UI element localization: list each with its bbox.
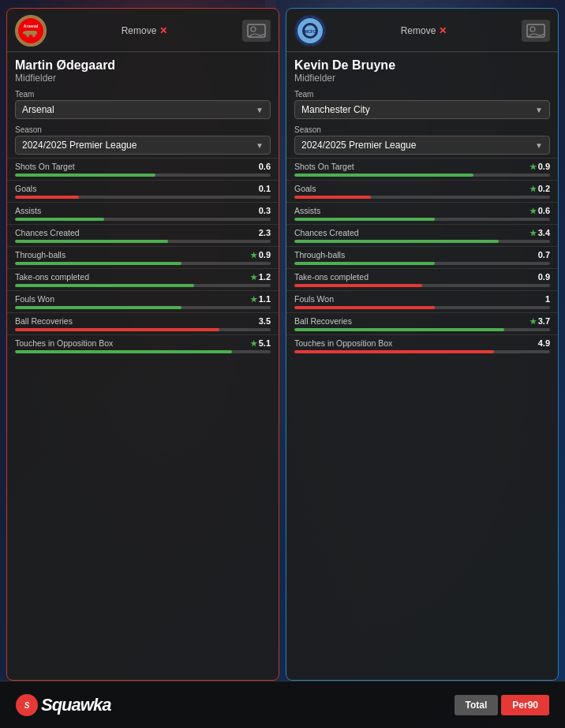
stat-bar-bg (294, 306, 550, 309)
mancity-logo: MCFC (294, 15, 326, 47)
stat-bar (294, 350, 494, 353)
cards-row: Arsenal Remove ✕ (0, 0, 565, 681)
stat-bar (15, 196, 79, 199)
player1-remove-label: Remove (122, 25, 157, 36)
footer: S Squawka Total Per90 (0, 681, 565, 728)
svg-text:Arsenal: Arsenal (24, 24, 39, 28)
stat-value: 4.9 (538, 338, 550, 348)
stat-bar (15, 306, 181, 309)
stat-name: Take-ons completed (15, 272, 89, 282)
total-button[interactable]: Total (455, 695, 499, 715)
stat-name: Through-balls (15, 250, 65, 259)
player1-season-label: Season (15, 125, 271, 134)
stat-value: 0.7 (538, 250, 550, 259)
stat-name: Assists (294, 206, 320, 215)
star-icon: ★ (529, 229, 537, 237)
main-container: Arsenal Remove ✕ (0, 0, 565, 728)
stat-name: Chances Created (294, 228, 359, 237)
stat-bar-bg (294, 328, 550, 331)
stat-row: Take-ons completed0.9 (286, 268, 558, 290)
stat-bar (15, 350, 232, 353)
stat-bar-bg (15, 262, 271, 265)
stat-row: Assists★0.6 (286, 202, 558, 224)
stat-bar-bg (15, 306, 271, 309)
stat-row: Touches in Opposition Box★5.1 (7, 334, 279, 357)
star-icon: ★ (250, 295, 257, 304)
stat-name: Ball Recoveries (15, 316, 73, 326)
stat-name: Chances Created (15, 228, 80, 237)
stat-bar (15, 262, 181, 265)
stat-bar-bg (15, 174, 271, 177)
player2-name: Kevin De Bruyne (294, 58, 550, 73)
svg-point-7 (251, 27, 256, 32)
squawka-icon: S (16, 694, 38, 716)
brand-name: Squawka (41, 695, 110, 715)
stat-name: Fouls Won (15, 294, 54, 304)
stat-bar (15, 328, 219, 331)
player2-remove-button[interactable]: Remove ✕ (401, 25, 447, 36)
stat-bar-bg (15, 284, 271, 287)
player1-stats: Shots On Target0.6Goals0.1Assists0.3Chan… (7, 158, 279, 680)
stat-bar-bg (15, 328, 271, 331)
stat-value: ★3.4 (529, 228, 550, 237)
stat-row: Chances Created★3.4 (286, 224, 558, 246)
svg-rect-3 (23, 32, 26, 34)
stat-row: Shots On Target0.6 (7, 158, 279, 180)
player1-remove-button[interactable]: Remove ✕ (122, 25, 168, 36)
star-icon: ★ (529, 185, 537, 193)
stat-bar-bg (15, 196, 271, 199)
player1-card: Arsenal Remove ✕ (6, 8, 279, 681)
player2-season-label: Season (294, 125, 550, 134)
star-icon: ★ (250, 251, 257, 259)
stat-name: Assists (15, 206, 41, 215)
stat-row: Fouls Won1 (286, 290, 558, 312)
player1-season-group: Season 2024/2025 Premier League ▼ (7, 122, 279, 158)
star-icon: ★ (529, 317, 537, 326)
stat-row: Ball Recoveries3.5 (7, 312, 279, 334)
stat-value: ★1.2 (250, 272, 271, 282)
svg-text:MCFC: MCFC (305, 29, 316, 34)
footer-buttons: Total Per90 (455, 695, 549, 715)
player2-position: Midfielder (294, 73, 550, 84)
player2-remove-icon: ✕ (439, 25, 447, 36)
stat-row: Goals0.1 (7, 180, 279, 202)
player1-season-value: 2024/2025 Premier League (22, 140, 137, 151)
player1-remove-icon: ✕ (159, 25, 167, 36)
player1-season-select[interactable]: 2024/2025 Premier League ▼ (15, 136, 271, 155)
per90-button[interactable]: Per90 (501, 695, 549, 715)
stat-value: 0.3 (259, 206, 271, 215)
stat-row: Take-ons completed★1.2 (7, 268, 279, 290)
stat-row: Through-balls0.7 (286, 246, 558, 268)
player1-team-select[interactable]: Arsenal ▼ (15, 100, 271, 119)
star-icon: ★ (529, 207, 537, 215)
player1-team-label: Team (15, 90, 271, 99)
player2-stats: Shots On Target★0.9Goals★0.2Assists★0.6C… (286, 158, 558, 680)
player2-season-group: Season 2024/2025 Premier League ▼ (286, 122, 558, 158)
stat-bar (15, 218, 104, 221)
stat-value: ★0.9 (529, 162, 550, 171)
stat-value: 0.6 (259, 162, 271, 171)
player2-info: Kevin De Bruyne Midfielder (286, 52, 558, 87)
player2-season-select[interactable]: 2024/2025 Premier League ▼ (294, 136, 550, 155)
stat-name: Shots On Target (15, 162, 75, 171)
stat-bar-bg (294, 218, 550, 221)
stat-name: Touches in Opposition Box (15, 338, 113, 348)
player2-card-icon (522, 20, 550, 42)
stat-value: ★0.6 (529, 206, 550, 215)
stat-row: Fouls Won★1.1 (7, 290, 279, 312)
arsenal-logo: Arsenal (15, 15, 47, 47)
player2-team-select[interactable]: Manchester City ▼ (294, 100, 550, 119)
svg-point-5 (32, 34, 36, 37)
stat-value: 2.3 (259, 228, 271, 237)
stat-bar-bg (15, 350, 271, 353)
stat-bar (15, 174, 155, 177)
stat-name: Shots On Target (294, 162, 354, 171)
player1-name: Martin Ødegaard (15, 58, 271, 73)
player1-team-chevron: ▼ (256, 106, 264, 114)
stat-bar (294, 196, 371, 199)
stat-value: ★5.1 (250, 338, 271, 348)
stat-name: Through-balls (294, 250, 345, 259)
star-icon: ★ (250, 273, 257, 282)
stat-value: 1 (545, 294, 550, 304)
player2-team-value: Manchester City (301, 104, 370, 115)
